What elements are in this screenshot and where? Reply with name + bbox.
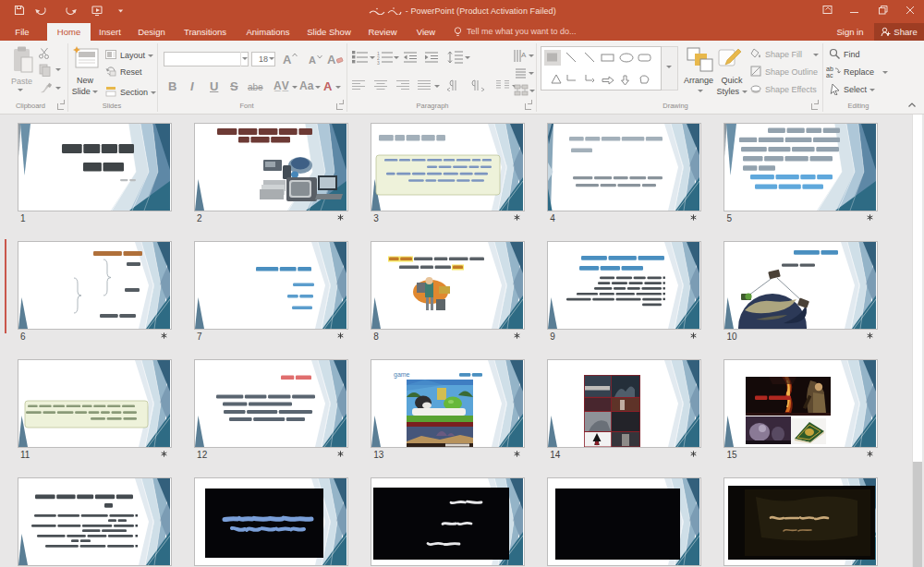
svg-text:A: A — [521, 51, 527, 59]
svg-text:game: game — [394, 371, 410, 379]
svg-text:ac: ac — [826, 72, 833, 78]
svg-text:ab: ab — [826, 66, 833, 72]
svg-text:3: 3 — [377, 60, 380, 66]
